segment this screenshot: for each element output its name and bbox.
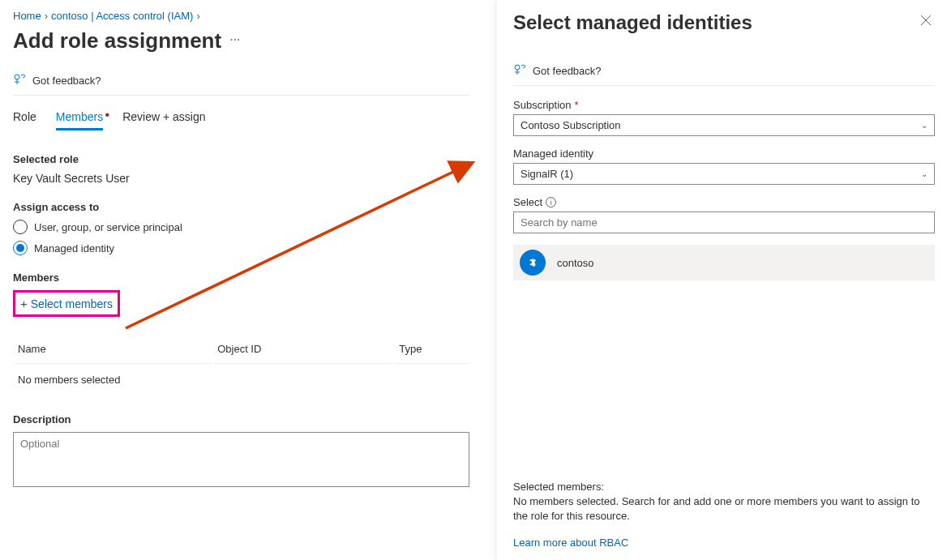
divider <box>13 95 469 96</box>
assign-access-label: Assign access to <box>13 201 469 213</box>
tab-review-assign[interactable]: Review + assign <box>122 110 205 130</box>
empty-members-text: No members selected <box>15 365 468 394</box>
tab-role[interactable]: Role <box>13 110 36 130</box>
svg-point-5 <box>515 65 520 70</box>
learn-more-link[interactable]: Learn more about RBAC <box>513 536 935 549</box>
panel-feedback-label: Got feedback? <box>533 65 602 77</box>
breadcrumb: Home › contoso | Access control (IAM) › <box>13 10 469 22</box>
subscription-label: Subscription* <box>513 99 935 111</box>
tab-members-label: Members <box>56 110 103 123</box>
selected-members-text: No members selected. Search for and add … <box>513 494 935 524</box>
radio-label-managed-identity: Managed identity <box>34 242 114 254</box>
close-icon <box>920 15 932 26</box>
svg-point-0 <box>15 75 19 79</box>
chevron-right-icon: › <box>196 10 199 22</box>
signalr-icon <box>520 250 546 276</box>
radio-user-group-sp[interactable]: User, group, or service principal <box>13 220 469 234</box>
col-type: Type <box>396 335 468 364</box>
radio-label-user-group-sp: User, group, or service principal <box>34 221 182 233</box>
managed-identity-value: SignalR (1) <box>520 168 573 180</box>
close-button[interactable] <box>917 11 935 32</box>
description-input[interactable] <box>13 432 469 487</box>
col-name: Name <box>15 335 212 364</box>
plus-icon: + <box>20 297 28 310</box>
feedback-icon <box>13 73 26 88</box>
col-object-id: Object ID <box>214 335 394 364</box>
selected-role-label: Selected role <box>13 153 469 165</box>
feedback-label: Got feedback? <box>32 75 101 87</box>
members-table: Name Object ID Type No members selected <box>13 333 469 395</box>
chevron-down-icon: ⌄ <box>921 121 927 130</box>
search-input[interactable] <box>513 212 935 233</box>
feedback-icon <box>513 63 526 79</box>
breadcrumb-item[interactable]: contoso | Access control (IAM) <box>51 10 193 22</box>
panel-title: Select managed identities <box>513 11 752 34</box>
table-row: No members selected <box>15 365 468 394</box>
select-label: Select i <box>513 196 935 208</box>
radio-icon <box>13 241 28 255</box>
description-label: Description <box>13 413 469 425</box>
identity-result-name: contoso <box>557 257 594 269</box>
radio-icon <box>13 220 28 234</box>
chevron-right-icon: › <box>45 10 48 22</box>
managed-identity-select[interactable]: SignalR (1) ⌄ <box>513 163 935 185</box>
chevron-down-icon: ⌄ <box>921 169 927 178</box>
required-asterisk-icon: * <box>575 99 579 111</box>
select-members-button[interactable]: + Select members <box>13 290 120 317</box>
panel-feedback-link[interactable]: Got feedback? <box>513 63 935 79</box>
members-label: Members <box>13 271 469 284</box>
subscription-value: Contoso Subscription <box>520 119 621 131</box>
page-title: Add role assignment <box>13 28 221 53</box>
identity-result-row[interactable]: contoso <box>513 245 935 280</box>
subscription-select[interactable]: Contoso Subscription ⌄ <box>513 114 935 136</box>
tabs: Role Members • Review + assign <box>13 110 469 130</box>
breadcrumb-home[interactable]: Home <box>13 10 41 22</box>
tab-members[interactable]: Members • <box>56 110 103 130</box>
managed-identity-label: Managed identity <box>513 147 935 160</box>
more-button[interactable]: ··· <box>229 32 240 50</box>
radio-managed-identity[interactable]: Managed identity <box>13 241 469 255</box>
selected-role-value: Key Vault Secrets User <box>13 172 469 185</box>
selected-members-label: Selected members: <box>513 481 935 493</box>
feedback-link[interactable]: Got feedback? <box>13 73 469 88</box>
select-members-label: Select members <box>31 297 113 310</box>
divider <box>513 85 935 86</box>
info-icon[interactable]: i <box>546 197 556 207</box>
required-dot-icon: • <box>105 109 110 122</box>
